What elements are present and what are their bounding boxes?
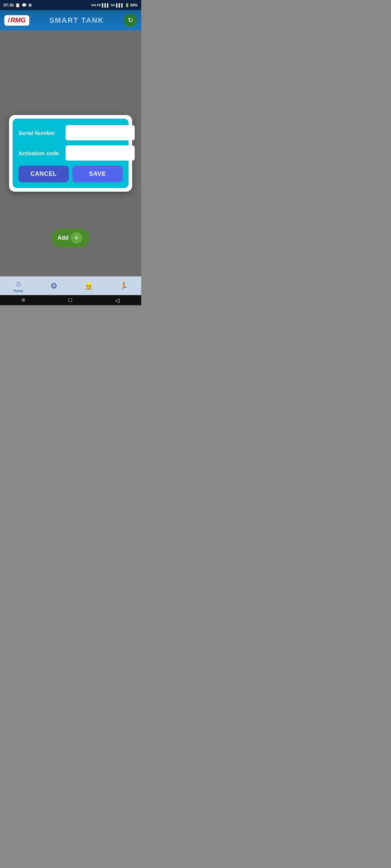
misc-icon: ⊞ [28,3,31,8]
logo-box: / RMG [4,15,29,26]
activation-code-input[interactable] [66,145,135,161]
android-home-icon[interactable]: □ [68,297,72,303]
nav-home-label: Home [13,289,23,293]
battery-level: 84% [130,3,138,7]
serial-number-input[interactable] [66,125,135,140]
nav-activity[interactable]: 🏃 [120,282,128,290]
android-nav: ≡ □ ◁ [0,295,141,305]
logo-text: RMG [10,17,26,24]
time-display: 07:35 [4,3,14,7]
dialog-inner: Serial Number Activation code CANCEL SAV… [13,119,129,188]
message-icon: 📋 [15,3,20,8]
serial-number-label: Serial Number [18,130,62,136]
signal2-icon: ▌▌▌ [116,3,124,7]
refresh-button[interactable]: ↻ [124,14,137,27]
android-back-icon[interactable]: ◁ [115,297,119,304]
settings-icon: ⚙ [50,281,58,291]
logo-slash: / [8,17,10,24]
app-header: / RMG SMART TANK ↻ [0,10,141,30]
nav-home[interactable]: ⌂ Home [13,279,23,293]
add-button-container: Add + [51,229,89,247]
status-right: VoLTE ▌▌▌ 5G ▌▌▌ 🔋 84% [91,3,138,7]
add-button[interactable]: Add + [51,229,89,247]
bottom-nav: ⌂ Home ⚙ 👷 🏃 [0,276,141,295]
page-wrapper: 07:35 📋 💬 ⊞ VoLTE ▌▌▌ 5G ▌▌▌ 🔋 84% / RMG… [0,0,141,305]
profile-icon: 👷 [85,282,93,290]
add-icon: + [71,232,83,244]
dialog-container: Serial Number Activation code CANCEL SAV… [9,115,132,192]
status-bar: 07:35 📋 💬 ⊞ VoLTE ▌▌▌ 5G ▌▌▌ 🔋 84% [0,0,141,10]
nav-profile[interactable]: 👷 [85,282,93,290]
main-content: Serial Number Activation code CANCEL SAV… [0,30,141,276]
signal-icon: ▌▌▌ [102,3,109,7]
activity-icon: 🏃 [120,282,128,290]
save-button[interactable]: SAVE [72,166,123,182]
activation-code-row: Activation code [18,145,123,161]
add-label: Add [57,235,68,241]
5g-icon: 5G [111,3,115,7]
dialog-buttons: CANCEL SAVE [18,166,123,182]
whatsapp-icon: 💬 [22,3,27,8]
home-icon: ⌂ [16,279,21,288]
cancel-button[interactable]: CANCEL [18,166,69,182]
serial-number-row: Serial Number [18,125,123,140]
volte-icon: VoLTE [91,3,101,7]
android-menu-icon[interactable]: ≡ [22,297,25,303]
app-title: SMART TANK [34,16,119,25]
battery-icon: 🔋 [125,3,129,7]
nav-settings[interactable]: ⚙ [50,281,58,291]
status-left: 07:35 📋 💬 ⊞ [4,3,31,8]
activation-code-label: Activation code [18,150,62,156]
